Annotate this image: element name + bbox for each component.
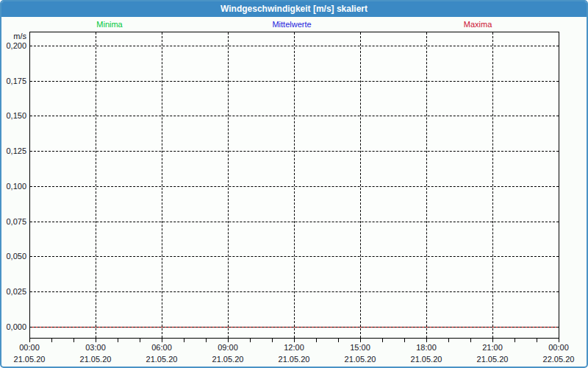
x-axis-tick [470, 339, 471, 342]
x-tick-date: 22.05.20 [536, 355, 581, 364]
x-tick-date: 21.05.20 [271, 355, 317, 364]
x-axis-tick [537, 339, 537, 342]
v-gridline [294, 32, 295, 338]
x-axis-tick [514, 339, 515, 342]
plot-area [29, 32, 559, 339]
x-axis-tick [162, 339, 162, 342]
x-tick-time: 21:00 [470, 343, 515, 352]
x-tick-time: 12:00 [271, 343, 317, 352]
x-tick-time: 09:00 [205, 343, 251, 352]
y-tick-label: 0,100 [1, 182, 26, 191]
x-axis-tick [206, 339, 207, 342]
x-tick-date: 21.05.20 [205, 355, 251, 364]
x-tick-date: 21.05.20 [404, 355, 449, 364]
x-axis-tick [140, 339, 140, 342]
x-axis-tick [559, 339, 559, 342]
y-tick-label: 0,200 [1, 41, 26, 50]
x-tick-time: 00:00 [536, 343, 581, 352]
x-axis-tick [272, 339, 273, 342]
legend-mittelwerte: Mittelwerte [272, 20, 311, 29]
x-tick-date: 21.05.20 [73, 355, 118, 364]
x-axis-tick [316, 339, 317, 342]
legend-maxima: Maxima [464, 20, 492, 29]
x-tick-time: 00:00 [7, 343, 52, 352]
x-axis-tick [426, 339, 427, 342]
x-axis-tick [360, 339, 361, 342]
v-gridline [492, 32, 493, 338]
x-axis-tick [184, 339, 184, 342]
chart-window: Windgeschwindigkeit [m/s] skaliert Minim… [0, 0, 588, 368]
x-axis-tick [404, 339, 405, 342]
v-gridline [228, 32, 229, 338]
x-axis-tick [228, 339, 229, 342]
y-tick-label: 0,025 [1, 287, 26, 296]
x-axis-tick [250, 339, 251, 342]
v-gridline [360, 32, 361, 338]
y-tick-label: 0,000 [1, 322, 26, 331]
x-tick-time: 03:00 [73, 343, 118, 352]
y-tick-label: 0,175 [1, 77, 26, 85]
legend-minima: Minima [96, 20, 122, 29]
x-axis-tick [492, 339, 493, 342]
x-axis-tick [382, 339, 383, 342]
x-axis-tick [448, 339, 449, 342]
y-tick-label: 0,050 [1, 252, 26, 261]
x-tick-date: 21.05.20 [7, 355, 52, 364]
window-title-bar[interactable]: Windgeschwindigkeit [m/s] skaliert [1, 1, 587, 17]
x-axis-tick [29, 339, 30, 342]
x-axis-tick [118, 339, 118, 342]
x-axis-tick [294, 339, 295, 342]
y-tick-label: 0,150 [1, 111, 26, 120]
y-tick-label: 0,075 [1, 217, 26, 226]
v-gridline [426, 32, 427, 338]
x-tick-time: 15:00 [337, 343, 383, 352]
x-tick-time: 18:00 [404, 343, 449, 352]
x-tick-date: 21.05.20 [470, 355, 515, 364]
v-gridline [96, 32, 96, 338]
x-axis-tick [74, 339, 74, 342]
x-axis-tick [96, 339, 96, 342]
x-tick-date: 21.05.20 [139, 355, 184, 364]
v-gridline [162, 32, 162, 338]
x-axis-tick [338, 339, 339, 342]
x-tick-date: 21.05.20 [337, 355, 383, 364]
x-axis-tick [51, 339, 52, 342]
y-axis-unit-label: m/s [1, 32, 26, 40]
x-tick-time: 06:00 [139, 343, 184, 352]
window-title: Windgeschwindigkeit [m/s] skaliert [220, 4, 368, 14]
y-tick-label: 0,125 [1, 146, 26, 155]
